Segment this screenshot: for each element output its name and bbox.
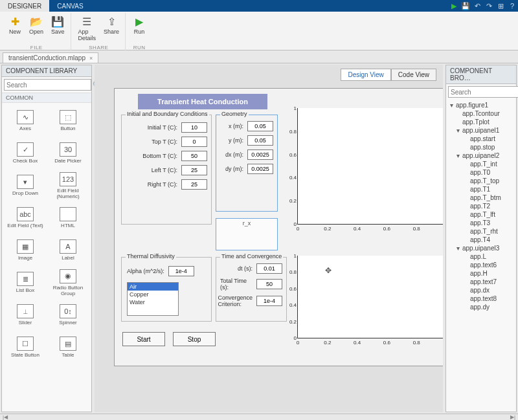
panel-time-convergence[interactable]: Time and Convergence dt (s):Total Time (… bbox=[216, 257, 287, 322]
tree-node[interactable]: app.Tplot bbox=[447, 118, 515, 126]
tree-node[interactable]: app.stop bbox=[447, 143, 515, 151]
layout-icon[interactable]: ⊞ bbox=[495, 0, 506, 12]
stop-button[interactable]: Stop bbox=[173, 332, 216, 346]
tree-node[interactable]: app.text7 bbox=[447, 278, 515, 286]
new-button[interactable]: ✚ New bbox=[5, 13, 25, 37]
component-tree[interactable]: ▾app.figure1app.Tcontourapp.Tplot▾app.ui… bbox=[446, 100, 516, 313]
lib-item-state-button[interactable]: ☐State Button bbox=[5, 332, 46, 363]
material-option[interactable]: Air bbox=[128, 283, 178, 291]
undo-icon[interactable]: ↶ bbox=[471, 0, 483, 12]
tree-node[interactable]: app.start bbox=[447, 135, 515, 143]
expand-icon[interactable]: ▾ bbox=[456, 152, 462, 159]
help-icon[interactable]: ? bbox=[506, 0, 518, 12]
tree-node[interactable]: app.T0 bbox=[447, 168, 515, 177]
expand-icon[interactable]: ▾ bbox=[450, 102, 456, 109]
lib-item-icon: ⟂ bbox=[17, 304, 34, 318]
alpha-field[interactable] bbox=[168, 266, 194, 276]
close-icon[interactable]: × bbox=[89, 55, 93, 61]
app-details-button[interactable]: ☰ App Details bbox=[75, 13, 100, 43]
tab-canvas[interactable]: CANVAS bbox=[49, 0, 91, 12]
text-tcur[interactable]: r_x bbox=[216, 218, 278, 250]
tree-node[interactable]: app.T2 bbox=[447, 202, 515, 210]
geom-field-0[interactable] bbox=[247, 121, 273, 131]
lib-item-date-picker[interactable]: 30Date Picker bbox=[47, 138, 89, 169]
time-field-2[interactable] bbox=[256, 296, 282, 306]
open-button[interactable]: 📂 Open bbox=[26, 13, 47, 37]
time-field-0[interactable] bbox=[256, 263, 282, 274]
lib-item-table[interactable]: ▤Table bbox=[47, 332, 89, 363]
tree-node[interactable]: ▾app.uipanel2 bbox=[447, 151, 515, 160]
lib-item-drop-down[interactable]: ▾Drop Down bbox=[5, 170, 46, 201]
material-listbox[interactable]: AirCopperWater bbox=[127, 282, 179, 316]
footer-left-icon[interactable]: |◀ bbox=[3, 414, 8, 420]
geom-field-3[interactable] bbox=[247, 164, 273, 174]
share-button[interactable]: ⇪ Share bbox=[100, 13, 122, 43]
tree-node[interactable]: app.T1 bbox=[447, 185, 515, 193]
ib-field-2[interactable] bbox=[181, 151, 207, 161]
lib-item-check-box[interactable]: ✓Check Box bbox=[5, 138, 46, 169]
save-button[interactable]: 💾 Save bbox=[48, 13, 68, 37]
tree-node[interactable]: app.dx bbox=[447, 286, 515, 294]
app-title-label[interactable]: Transient Heat Conduction bbox=[138, 94, 267, 109]
run-button[interactable]: ▶ Run bbox=[130, 13, 149, 37]
redo-icon[interactable]: ↷ bbox=[483, 0, 495, 12]
expand-icon[interactable]: ▾ bbox=[456, 245, 462, 252]
run-icon[interactable]: ▶ bbox=[448, 0, 460, 12]
start-button[interactable]: Start bbox=[122, 332, 165, 346]
doc-tab[interactable]: transientConduction.mlapp × bbox=[3, 52, 98, 63]
tree-node[interactable]: app.T3 bbox=[447, 219, 515, 227]
tree-node[interactable]: app.T4 bbox=[447, 236, 515, 244]
tree-node[interactable]: ▾app.uipanel1 bbox=[447, 126, 515, 135]
design-view-tab[interactable]: Design View bbox=[341, 69, 390, 81]
ib-field-0[interactable] bbox=[181, 122, 207, 133]
lib-item-edit-field-text-[interactable]: abcEdit Field (Text) bbox=[5, 203, 46, 234]
lib-item-icon: ≣ bbox=[17, 272, 34, 286]
lib-item-spinner[interactable]: 0↕Spinner bbox=[47, 300, 89, 331]
lib-item-list-box[interactable]: ≣List Box bbox=[5, 267, 46, 298]
tree-node[interactable]: app.dy bbox=[447, 303, 515, 311]
browser-search-input[interactable] bbox=[448, 86, 518, 98]
lib-item-html[interactable]: HTML bbox=[47, 203, 89, 234]
component-search-input[interactable] bbox=[4, 79, 91, 91]
tree-node[interactable]: app.text8 bbox=[447, 294, 515, 303]
tree-node[interactable]: app.T_lft bbox=[447, 210, 515, 219]
ib-field-3[interactable] bbox=[181, 165, 207, 175]
material-option[interactable]: Water bbox=[128, 298, 178, 306]
tree-node[interactable]: app.H bbox=[447, 269, 515, 278]
lib-item-label[interactable]: ALabel bbox=[47, 235, 89, 266]
axes-tcontour[interactable]: 00.20.40.60.8100.20.40.60.81 bbox=[297, 108, 443, 225]
lib-item-button[interactable]: ⬚Button bbox=[47, 105, 89, 137]
ib-field-4[interactable] bbox=[181, 179, 207, 190]
tree-node[interactable]: app.T_top bbox=[447, 177, 515, 185]
lib-item-radio-button-group[interactable]: ◉Radio Button Group bbox=[47, 267, 89, 298]
panel-initial-boundary[interactable]: Initial and Boundary Conditions Initial … bbox=[121, 115, 212, 225]
app-figure[interactable]: Transient Heat Conduction Initial and Bo… bbox=[114, 88, 443, 366]
axes-tplot[interactable]: ✥ 00.20.40.60.8100.20.40.60.81 bbox=[297, 256, 443, 338]
tree-node[interactable]: app.T_int bbox=[447, 160, 515, 168]
material-option[interactable]: Copper bbox=[128, 291, 178, 298]
panel-thermal-diff[interactable]: Thermal Diffusivity Alpha (m^2/s): AirCo… bbox=[121, 257, 212, 322]
geom-field-2[interactable] bbox=[247, 149, 273, 160]
tree-node[interactable]: app.T_btm bbox=[447, 193, 515, 202]
save-quick-icon[interactable]: 💾 bbox=[460, 0, 471, 12]
tree-node[interactable]: app.L bbox=[447, 252, 515, 261]
time-field-1[interactable] bbox=[256, 279, 282, 289]
tree-node[interactable]: app.Tcontour bbox=[447, 109, 515, 118]
lib-item-slider[interactable]: ⟂Slider bbox=[5, 300, 46, 331]
tree-node[interactable]: app.T_rht bbox=[447, 227, 515, 236]
tree-node[interactable]: ▾app.uipanel3 bbox=[447, 244, 515, 252]
lib-item-icon: ∿ bbox=[17, 110, 34, 124]
expand-icon[interactable]: ▾ bbox=[456, 127, 462, 134]
lib-item-axes[interactable]: ∿Axes bbox=[5, 105, 46, 137]
lib-item-image[interactable]: ▦Image bbox=[5, 235, 46, 266]
tree-node[interactable]: app.text6 bbox=[447, 261, 515, 269]
geom-field-1[interactable] bbox=[247, 135, 273, 146]
ib-field-1[interactable] bbox=[181, 137, 207, 147]
tree-node[interactable]: ▾app.figure1 bbox=[447, 101, 515, 109]
footer-right-icon[interactable]: ▶| bbox=[510, 414, 515, 420]
code-view-tab[interactable]: Code View bbox=[391, 69, 436, 81]
lib-item-edit-field-numeric-[interactable]: 123Edit Field (Numeric) bbox=[47, 170, 89, 201]
panel-geometry[interactable]: Geometry x (m):y (m):dx (m):dy (m): bbox=[216, 115, 278, 212]
canvas-area[interactable]: Design View Code View Transient Heat Con… bbox=[95, 65, 443, 412]
tab-designer[interactable]: DESIGNER bbox=[0, 0, 49, 12]
